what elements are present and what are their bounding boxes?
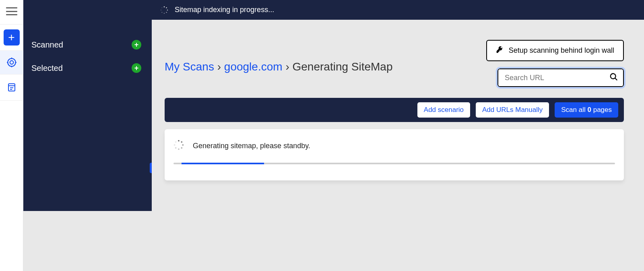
rail-divider [0,74,23,74]
progress-indicator [182,163,264,164]
progress-bar [173,163,615,164]
search-icon[interactable] [609,72,618,83]
header-row: My Scans › google.com › Generating SiteM… [165,40,624,87]
search-input[interactable] [505,74,609,82]
report-icon[interactable] [4,79,20,95]
side-item-selected[interactable]: Selected + [23,56,152,80]
action-bar: Add scenario Add URLs Manually Scan all … [165,98,624,122]
svg-point-14 [182,144,184,146]
plus-icon[interactable]: + [132,40,141,50]
rail-divider [0,100,23,101]
svg-point-15 [181,147,183,149]
key-icon [496,46,504,56]
svg-point-10 [161,7,163,8]
topbar-status: Sitemap indexing in progress... [175,6,274,14]
main-region: My Scans › google.com › Generating SiteM… [152,20,644,271]
search-input-wrap[interactable] [497,68,624,87]
svg-point-4 [166,7,167,8]
svg-point-5 [167,9,168,10]
svg-point-3 [164,6,165,7]
side-item-scanned[interactable]: Scanned + [23,33,152,56]
breadcrumb-current: Generating SiteMap [292,60,392,73]
side-item-label: Scanned [31,40,63,50]
header-actions: Setup scanning behind login wall [486,40,624,87]
side-item-label: Selected [31,64,63,73]
hamburger-icon[interactable] [6,7,17,15]
svg-point-1 [10,61,13,64]
svg-point-13 [181,141,183,143]
rail-item-scan[interactable] [0,51,23,74]
status-text: Generating sitemap, please standby. [193,142,310,150]
svg-point-16 [178,149,180,150]
icon-rail: + [0,0,23,271]
spinner-icon [160,6,168,14]
setup-login-button[interactable]: Setup scanning behind login wall [486,40,624,61]
setup-login-label: Setup scanning behind login wall [509,46,614,55]
scan-all-button[interactable]: Scan all 0 pages [555,102,618,118]
svg-point-8 [161,12,163,13]
status-row: Generating sitemap, please standby. [173,140,615,152]
plus-icon[interactable]: + [132,63,141,73]
breadcrumb: My Scans › google.com › Generating SiteM… [165,40,393,74]
breadcrumb-root[interactable]: My Scans [165,60,214,73]
rail-divider [0,24,23,25]
svg-point-12 [178,140,180,142]
add-button[interactable]: + [4,29,20,46]
side-panel: Scanned + Selected + [23,0,152,211]
svg-point-0 [8,58,16,66]
svg-point-19 [175,141,177,143]
target-icon [0,51,23,74]
svg-point-18 [174,144,175,146]
svg-point-6 [166,12,167,13]
svg-point-11 [611,74,616,79]
add-scenario-button[interactable]: Add scenario [417,102,470,118]
svg-point-7 [164,12,165,14]
breadcrumb-site[interactable]: google.com [224,60,283,73]
svg-point-17 [175,147,177,149]
add-urls-button[interactable]: Add URLs Manually [476,102,549,118]
svg-point-9 [161,9,162,10]
spinner-icon [173,140,184,152]
status-card: Generating sitemap, please standby. [165,129,624,180]
